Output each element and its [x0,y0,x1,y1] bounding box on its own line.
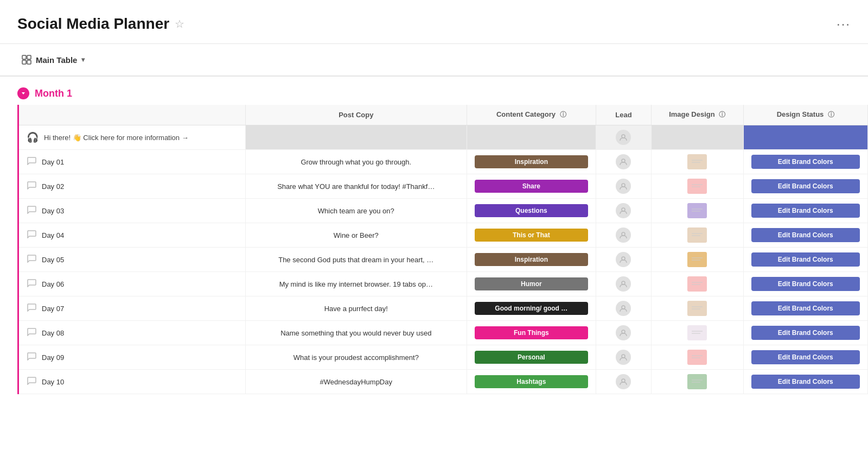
category-badge[interactable]: Questions [475,204,588,217]
design-status-cell [743,125,867,150]
design-status-cell: Edit Brand Colors [743,370,867,394]
post-copy-cell: Wine or Beer? [245,223,467,248]
category-badge[interactable]: Good morning/ good … [475,302,588,315]
row-label-cell: Day 05 [18,248,246,272]
lead-cell [596,296,651,321]
more-options-icon[interactable]: ··· [837,16,851,31]
svg-rect-1 [27,55,31,59]
category-cell: Humor [467,272,596,296]
edit-brand-colors-button[interactable]: Edit Brand Colors [751,179,860,193]
row-label-cell: Day 06 [18,272,246,296]
svg-rect-31 [691,304,704,313]
category-badge[interactable]: Personal [475,351,588,364]
lead-cell [596,223,651,248]
main-table-button[interactable]: Main Table ▾ [17,52,89,68]
category-cell: This or That [467,223,596,248]
comment-icon[interactable] [27,254,36,265]
comment-icon[interactable] [27,327,36,338]
svg-rect-2 [22,60,26,64]
col-header-design-status: Design Status ⓘ [743,105,867,125]
group-dot [17,87,29,99]
lead-cell [596,272,651,296]
svg-rect-39 [691,353,704,362]
category-badge[interactable]: Inspiration [475,253,588,266]
post-copy-cell: Share what YOU are thankful for today! #… [245,174,467,199]
svg-point-14 [622,208,625,211]
headphone-icon: 🎧 [27,131,39,143]
content-category-info-icon: ⓘ [560,111,566,118]
table-container: Month 1 Post Copy Content Category ⓘ Lea… [0,77,868,394]
design-status-cell: Edit Brand Colors [743,296,867,321]
comment-icon[interactable] [27,156,36,167]
comment-icon[interactable] [27,230,36,241]
row-name-label: Day 06 [42,280,64,288]
edit-brand-colors-button[interactable]: Edit Brand Colors [751,228,860,242]
table-row: Day 09What is your proudest accomplishme… [18,345,868,370]
avatar [616,301,631,316]
edit-brand-colors-button[interactable]: Edit Brand Colors [751,252,860,267]
edit-brand-colors-button[interactable]: Edit Brand Colors [751,155,860,169]
table-row: Day 01Grow through what you go through.I… [18,150,868,174]
edit-brand-colors-button[interactable]: Edit Brand Colors [751,350,860,364]
category-cell: Questions [467,199,596,223]
comment-icon[interactable] [27,279,36,289]
svg-point-30 [622,306,625,309]
col-header-content-category: Content Category ⓘ [467,105,596,125]
category-cell: Inspiration [467,248,596,272]
row-name-label: Day 07 [42,305,64,313]
lead-cell [596,125,651,150]
svg-point-34 [622,330,625,333]
avatar [616,276,631,292]
app-title: Social Media Planner [17,15,169,33]
category-badge[interactable]: Share [475,180,588,193]
image-thumbnail [687,227,707,243]
post-copy-cell: #WednesdayHumpDay [245,370,467,394]
avatar [616,252,631,267]
edit-brand-colors-button[interactable]: Edit Brand Colors [751,375,860,389]
edit-brand-colors-button[interactable]: Edit Brand Colors [751,326,860,340]
row-label-cell: 🎧Hi there! 👋 Click here for more informa… [18,125,246,150]
avatar [616,227,631,243]
category-cell: Good morning/ good … [467,296,596,321]
design-status-info-icon: ⓘ [828,111,834,118]
table-row: Day 03Which team are you on?Questions Ed… [18,199,868,223]
lead-cell [596,321,651,345]
comment-icon[interactable] [27,303,36,314]
edit-brand-colors-button[interactable]: Edit Brand Colors [751,277,860,291]
image-design-cell [651,272,743,296]
edit-brand-colors-button[interactable]: Edit Brand Colors [751,301,860,315]
category-cell [467,125,596,150]
table-header-row: Post Copy Content Category ⓘ Lead Image … [18,105,868,125]
category-cell: Hashtags [467,370,596,394]
category-badge[interactable]: This or That [475,229,588,242]
comment-icon[interactable] [27,181,36,192]
post-copy-cell: Grow through what you go through. [245,150,467,174]
svg-point-6 [622,159,625,162]
image-design-cell [651,370,743,394]
group-collapse-button[interactable] [17,87,29,99]
category-badge[interactable]: Hashtags [475,375,588,388]
svg-point-26 [622,281,625,284]
image-design-cell [651,199,743,223]
svg-rect-27 [691,280,704,288]
image-thumbnail [687,276,707,292]
category-cell: Fun Things [467,321,596,345]
star-icon[interactable]: ☆ [175,17,184,30]
col-header-name [18,105,246,125]
comment-icon[interactable] [27,376,36,387]
edit-brand-colors-button[interactable]: Edit Brand Colors [751,204,860,218]
svg-point-38 [622,355,625,358]
image-thumbnail [687,154,707,169]
category-cell: Personal [467,345,596,370]
comment-icon[interactable] [27,352,36,363]
category-badge[interactable]: Fun Things [475,326,588,339]
grid-icon [22,55,31,65]
image-design-cell [651,223,743,248]
svg-point-5 [622,135,625,138]
category-badge[interactable]: Inspiration [475,155,588,168]
avatar [616,374,631,389]
image-design-cell [651,296,743,321]
post-copy-cell [245,125,467,150]
comment-icon[interactable] [27,205,36,216]
category-badge[interactable]: Humor [475,277,588,290]
